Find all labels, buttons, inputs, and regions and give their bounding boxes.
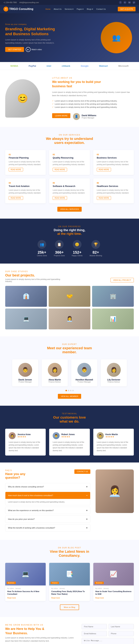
phone-field[interactable] — [109, 631, 134, 636]
testimonial-header-3: 👨 Kevin Martin ★★★★★ — [97, 432, 130, 439]
play-icon: ▶ — [26, 47, 31, 52]
about-label: Little About us — [52, 77, 134, 79]
navbar: T TRIGO Consulting Home About Us Service… — [0, 5, 139, 13]
dot-2[interactable] — [68, 390, 69, 391]
testimonial-text-3: Lorem ipsum is simply dummy text of the … — [97, 441, 130, 452]
project-thumb-2[interactable]: 🤝 — [49, 286, 90, 307]
more-blog-button[interactable]: More on Blog — [60, 604, 79, 610]
service-title: Healthcare Services — [97, 185, 130, 188]
services-grid: 01 Financial Planning Lorem ipsum is sim… — [5, 150, 134, 203]
hero-section: Grow up your company Branding, Digital M… — [0, 13, 139, 62]
faq-question-2[interactable]: How much does it cost to hire a business… — [5, 492, 90, 499]
faq-question-5[interactable]: What the benefit of working with a busin… — [5, 524, 90, 531]
logo-icon: T — [3, 6, 8, 12]
faq-question-1[interactable]: Why do clients choose consulting service… — [5, 483, 90, 490]
message-field[interactable] — [82, 638, 134, 644]
testimonial-name-2: Robert Jones — [61, 433, 75, 436]
get-started-button[interactable]: GET STARTED — [5, 47, 24, 52]
form-contact-row — [82, 631, 134, 636]
faq-question-4[interactable]: How do you price your service? + — [5, 516, 90, 522]
project-thumb-1[interactable]: 👔 — [5, 286, 47, 307]
learn-more-button[interactable]: LEARN MORE — [52, 113, 70, 118]
blog-read-1[interactable]: Read more — [7, 597, 16, 599]
dot-1[interactable] — [65, 390, 67, 391]
testimonials-header: Testimonial Our customers love what we d… — [5, 413, 134, 424]
testimonial-info-2: Robert Jones ★★★★★ — [61, 433, 75, 438]
project-thumb-3[interactable]: 🏢 — [92, 286, 134, 307]
nav-services[interactable]: Services ▾ — [65, 8, 74, 10]
logo-text: TRIGO Consulting — [9, 8, 33, 11]
view-all-services-button[interactable]: VIEW ALL SERVICES — [57, 207, 82, 212]
blog-thumb-1: 💻 Business — [5, 563, 46, 586]
team-role-2: Finance Advisor — [44, 381, 65, 383]
watch-video-button[interactable]: ▶ Watch video — [26, 47, 42, 52]
client-nvidia: NVIDIA — [10, 65, 18, 67]
project-img-1: 👔 — [5, 286, 47, 307]
service-read-more-2[interactable]: READ MORE — [53, 168, 67, 172]
service-read-more-1[interactable]: READ MORE — [9, 168, 23, 172]
testimonial-card-1: 👩 Jessica Anne ★★★★★ Lorem ipsum is simp… — [5, 429, 46, 456]
projects-header-row: Our Case Studies Our best projects. Lore… — [5, 270, 134, 282]
service-title: Financial Planning — [9, 156, 42, 159]
services-section: On Our Services We always try to underst… — [0, 127, 139, 218]
nav-pages[interactable]: Pages ▾ — [77, 8, 84, 10]
blog-read-3[interactable]: Read more — [95, 597, 104, 599]
dot-3[interactable] — [70, 390, 71, 391]
youtube-icon[interactable]: yt — [133, 1, 136, 4]
faq-item-2: How much does it cost to hire a business… — [5, 492, 90, 505]
about-author: 👤 David Williams Project Manager — [73, 113, 96, 120]
about-list-item: Lorem ipsum is simply dummy text of the … — [52, 99, 134, 102]
team-avatar-3: 👨 — [77, 363, 91, 377]
about-description: Lorem ipsum is simply dummy text of the … — [52, 90, 134, 97]
nav-contact[interactable]: Contact Us — [96, 8, 106, 10]
nav-blogs[interactable]: Blogs ▾ — [87, 8, 93, 10]
service-read-more-3[interactable]: READ MORE — [97, 168, 111, 172]
view-all-projects-button[interactable]: VIEW ALL PROJECT — [111, 278, 134, 282]
faq-answer-2: Lorem ipsum is simply dummy text of the … — [5, 499, 90, 505]
contact-label: We're Grow Business with us — [5, 624, 76, 626]
social-icons: f in tw yt — [119, 1, 136, 4]
blog-headline: View the Latest News in Consultancy. — [5, 550, 134, 558]
faq-question-3[interactable]: What are the experience or seniority on … — [5, 507, 90, 514]
first-name-field[interactable] — [82, 624, 107, 629]
service-read-more-5[interactable]: READ MORE — [53, 196, 67, 200]
view-all-members-button[interactable]: VIEW ALL MEMBER — [58, 394, 81, 399]
twitter-icon[interactable]: tw — [128, 1, 131, 4]
nav-about[interactable]: About Us — [54, 8, 61, 10]
logo[interactable]: T TRIGO Consulting — [3, 6, 33, 12]
project-thumb-4[interactable]: 💻 — [5, 308, 47, 330]
service-read-more-4[interactable]: READ MORE — [9, 196, 23, 200]
project-thumb-5[interactable]: 👩‍💼 — [49, 308, 90, 330]
facebook-icon[interactable]: f — [119, 1, 122, 4]
service-desc: Lorem ipsum is simply dummy text of the … — [9, 189, 42, 194]
service-read-more-6[interactable]: READ MORE — [97, 196, 111, 200]
about-image: 😊 — [5, 79, 47, 118]
last-name-field[interactable] — [109, 624, 134, 629]
blog-thumb-2: 📑 Finance — [49, 563, 90, 586]
get-quote-button[interactable]: GET A QUOTE — [118, 7, 136, 11]
instagram-icon[interactable]: in — [123, 1, 127, 4]
testimonial-card-2: 👨 Robert Jones ★★★★★ Lorem ipsum is simp… — [49, 429, 90, 456]
project-img-5: 👩‍💼 — [49, 308, 90, 330]
client-paypal: PayPal — [29, 65, 36, 67]
faq-item-4: How do you price your service? + — [5, 516, 90, 523]
client-microsoft: Microsoft — [118, 65, 129, 67]
blog-cat-1: Business — [6, 582, 16, 584]
team-avatar-1: 👨 — [18, 363, 32, 377]
testimonials-label: Testimonial — [5, 413, 134, 414]
contact-us-button[interactable]: CONTACT US — [74, 470, 90, 474]
blog-cat-2: Finance — [51, 582, 59, 584]
client-citi: citibank — [62, 65, 70, 67]
testimonial-avatar-3: 👨 — [97, 432, 104, 439]
project-thumb-6[interactable]: 📊 — [92, 308, 134, 330]
team-name-4: Lily Denisner — [103, 378, 124, 381]
blog-read-2[interactable]: Read more — [51, 597, 60, 599]
nav-home[interactable]: Home — [45, 8, 50, 10]
blog-title-3: How to Scale Your Consulting Business to… — [95, 590, 132, 596]
email-field[interactable] — [82, 631, 107, 636]
blog-title-1: How To Achieve Success As A New Consulta… — [7, 590, 44, 596]
team-avatar-placeholder-1: 👨 — [18, 363, 32, 377]
service-title: Quality Resourcing — [53, 156, 86, 159]
dot-4[interactable] — [72, 390, 74, 391]
team-cta: VIEW ALL MEMBER — [5, 394, 134, 399]
